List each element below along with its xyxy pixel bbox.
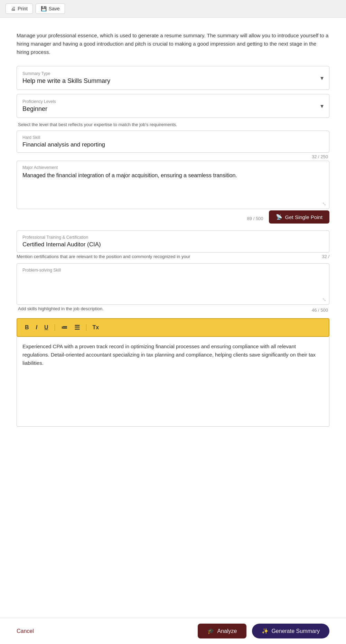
chevron-down-icon: ▾ (320, 74, 324, 82)
save-icon: 💾 (41, 6, 47, 11)
italic-icon: I (36, 324, 37, 330)
ordered-list-button[interactable]: ≔ (59, 323, 69, 332)
toolbar-divider-1 (55, 324, 55, 331)
resize-handle-icon: ⤡ (322, 201, 326, 207)
problem-solving-field[interactable]: Problem-solving Skill ⤡ (17, 263, 329, 305)
problem-solving-helper: Add skills highlighted in the job descri… (17, 306, 105, 314)
print-icon: 🖨 (11, 6, 16, 11)
proficiency-helper: Select the level that best reflects your… (17, 122, 329, 127)
certification-value: Certified Internal Auditor (CIA) (22, 241, 324, 248)
analyze-label: Analyze (217, 628, 237, 634)
toolbar: 🖨 Print 💾 Save (0, 0, 346, 18)
major-achievement-label: Major Achievement (22, 165, 324, 170)
analyze-button[interactable]: 🎓 Analyze (198, 624, 246, 638)
proficiency-levels-value: Beginner (22, 105, 56, 113)
unordered-list-icon: ☰ (74, 324, 80, 331)
proficiency-levels-label: Proficiency Levels (22, 99, 56, 104)
toolbar-divider-2 (86, 324, 86, 331)
chevron-down-icon-proficiency: ▾ (320, 102, 324, 110)
description-text: Manage your professional essence, which … (17, 31, 329, 56)
get-single-point-label: Get Single Point (285, 214, 322, 220)
underline-icon: U (44, 324, 48, 330)
hard-skill-char-count: 32 / 250 (17, 153, 329, 161)
hard-skill-label: Hard Skill (22, 135, 324, 140)
ordered-list-icon: ≔ (61, 324, 67, 331)
hard-skill-field[interactable]: Hard Skill Financial analysis and report… (17, 131, 329, 153)
save-label: Save (49, 6, 60, 11)
print-button[interactable]: 🖨 Print (6, 3, 33, 14)
problem-solving-char-count: 46 / 500 (312, 306, 329, 314)
summary-type-label: Summary Type (22, 71, 110, 76)
generate-summary-button[interactable]: ✨ Generate Summary (252, 624, 329, 638)
clear-formatting-button[interactable]: Tx (91, 324, 101, 331)
bold-icon: B (25, 324, 29, 330)
resize-handle-icon-2: ⤡ (322, 297, 326, 302)
proficiency-levels-field[interactable]: Proficiency Levels Beginner ▾ (17, 94, 329, 118)
problem-solving-label: Problem-solving Skill (22, 268, 324, 273)
action-right: 🎓 Analyze ✨ Generate Summary (198, 624, 329, 638)
summary-type-value: Help me write a Skills Summary (22, 77, 110, 85)
underline-button[interactable]: U (42, 324, 50, 331)
get-single-point-button[interactable]: 📡 Get Single Point (269, 210, 329, 224)
major-achievement-char-count: 89 / 500 (247, 215, 265, 222)
cert-char-count: 32 / (322, 254, 329, 259)
cert-helper-row: Mention certifications that are relevant… (17, 253, 329, 261)
cancel-button[interactable]: Cancel (17, 628, 34, 634)
save-button[interactable]: 💾 Save (36, 3, 65, 14)
print-label: Print (18, 6, 28, 11)
certification-field[interactable]: Professional Training & Certification Ce… (17, 230, 329, 253)
generate-label: Generate Summary (271, 628, 320, 634)
rich-text-toolbar: B I U ≔ ☰ Tx (17, 318, 329, 337)
analyze-icon: 🎓 (207, 628, 214, 634)
unordered-list-button[interactable]: ☰ (72, 323, 82, 332)
bold-button[interactable]: B (23, 324, 31, 331)
action-bar: Cancel 🎓 Analyze ✨ Generate Summary (0, 618, 346, 644)
hard-skill-value: Financial analysis and reporting (22, 141, 324, 148)
cancel-label: Cancel (17, 628, 34, 634)
major-achievement-field[interactable]: Major Achievement Managed the financial … (17, 161, 329, 209)
signal-icon: 📡 (276, 214, 282, 220)
italic-button[interactable]: I (34, 324, 39, 331)
clear-icon: Tx (93, 324, 99, 330)
summary-text: Experienced CPA with a proven track reco… (22, 343, 316, 366)
generate-icon: ✨ (262, 628, 269, 634)
main-content: Manage your professional essence, which … (0, 18, 346, 468)
summary-type-field[interactable]: Summary Type Help me write a Skills Summ… (17, 66, 329, 90)
cert-helper-text: Mention certifications that are relevant… (17, 254, 190, 259)
summary-editor[interactable]: Experienced CPA with a proven track reco… (17, 337, 329, 427)
major-achievement-value: Managed the financial integration of a m… (22, 171, 324, 206)
certification-label: Professional Training & Certification (22, 235, 324, 240)
